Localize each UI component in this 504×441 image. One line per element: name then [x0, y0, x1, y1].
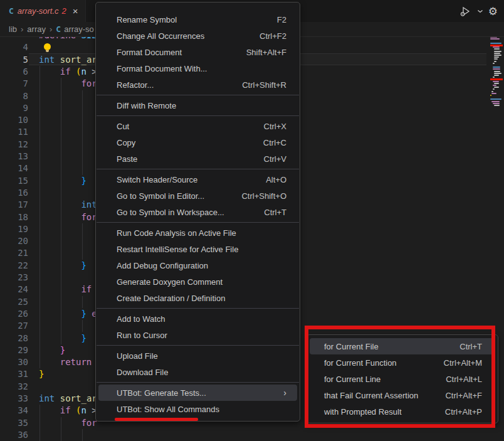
menu-item-shortcut: Ctrl+Shift+R [242, 80, 286, 90]
line-number: 11 [4, 126, 28, 138]
menu-item-utbot-show-all-commands[interactable]: UTBot: Show All Commands [98, 401, 297, 417]
minimap-line [493, 81, 499, 82]
menu-item-upload-file[interactable]: Upload File [98, 348, 297, 364]
line-number: 32 [4, 381, 28, 393]
minimap-line [494, 61, 496, 62]
code-line: for [39, 417, 97, 429]
code-line: for [39, 78, 97, 90]
menu-item-rename-symbol[interactable]: Rename SymbolF2 [98, 11, 297, 28]
breadcrumb-file[interactable]: array-so [64, 24, 94, 34]
menu-item-add-to-watch[interactable]: Add to Watch [98, 311, 297, 327]
menu-item-shortcut: Ctrl+Alt+P [445, 407, 482, 417]
menu-item-label: with Prompted Result [324, 407, 430, 417]
minimap-line [494, 51, 501, 52]
menu-item-shortcut: Ctrl+X [264, 122, 286, 131]
menu-item-run-to-cursor[interactable]: Run to Cursor [98, 327, 297, 343]
line-number: 24 [4, 284, 28, 295]
code-line: int sort_arr [39, 54, 102, 66]
menu-item-switch-header-source[interactable]: Switch Header/SourceAlt+O [98, 171, 297, 188]
menu-item-copy[interactable]: CopyCtrl+C [98, 134, 297, 151]
menu-item-change-all-occurrences[interactable]: Change All OccurrencesCtrl+F2 [98, 28, 297, 44]
minimap-line [494, 48, 500, 50]
menu-item-restart-intellisense-for-active-file[interactable]: Restart IntelliSense for Active File [98, 241, 297, 257]
menu-separator [97, 308, 299, 309]
line-number: 4 [4, 41, 28, 53]
menu-item-label: Run to Cursor [117, 331, 286, 340]
menu-item-label: Generate Doxygen Comment [117, 277, 286, 287]
gear-icon[interactable]: ⚙ [488, 5, 498, 18]
lightbulb-icon[interactable] [43, 43, 51, 51]
submenu-item-with-prompted-result[interactable]: with Prompted ResultCtrl+Alt+P [310, 403, 495, 420]
menu-item-label: for Current Line [324, 375, 431, 384]
menu-item-label: Restart IntelliSense for Active File [117, 245, 286, 254]
line-number: 20 [4, 235, 28, 247]
indent-guide [82, 90, 83, 175]
menu-item-diff-with-remote[interactable]: Diff with Remote [98, 97, 297, 114]
breadcrumb-folder[interactable]: array [27, 24, 46, 34]
code-line: if ( [39, 284, 102, 295]
menu-item-format-document-with[interactable]: Format Document With... [98, 60, 297, 77]
menu-item-create-declaration-definition[interactable]: Create Declaration / Definition [98, 290, 297, 306]
indent-guide [82, 223, 83, 260]
minimap[interactable] [490, 35, 504, 110]
minimap-line [494, 58, 498, 60]
menu-item-generate-doxygen-comment[interactable]: Generate Doxygen Comment [98, 274, 297, 290]
line-number: 15 [4, 175, 28, 187]
menu-item-label: Create Declaration / Definition [117, 294, 286, 303]
menu-item-shortcut: F2 [277, 15, 286, 24]
minimap-line [491, 101, 500, 102]
breadcrumb-folder[interactable]: lib [9, 24, 17, 34]
menu-item-utbot-generate-tests[interactable]: UTBot: Generate Tests...› [98, 385, 297, 401]
line-number: 18 [4, 211, 28, 223]
utbot-generate-tests-submenu: for Current FileCtrl+Tfor Current Functi… [307, 334, 498, 423]
menu-item-refactor[interactable]: Refactor...Ctrl+Shift+R [98, 77, 297, 93]
menu-item-label: Run Code Analysis on Active File [117, 228, 286, 238]
line-number: 9 [4, 102, 28, 114]
menu-item-label: Copy [117, 138, 248, 147]
close-icon[interactable]: × [73, 6, 78, 16]
tab-editor-number: 2 [62, 6, 66, 16]
menu-separator [97, 115, 299, 116]
menu-item-label: Go to Symbol in Editor... [117, 191, 226, 201]
line-number: 28 [4, 332, 28, 344]
line-number: 8 [4, 90, 28, 102]
menu-item-cut[interactable]: CutCtrl+X [98, 118, 297, 134]
minimap-error-mark [490, 45, 503, 46]
tab-array-sort[interactable]: C array-sort.c 2 × [0, 0, 86, 22]
minimap-line [493, 68, 500, 70]
menu-item-download-file[interactable]: Download File [98, 364, 297, 380]
indent-guide [82, 429, 83, 441]
line-number: 25 [4, 296, 28, 308]
submenu-item-for-current-line[interactable]: for Current LineCtrl+Alt+L [310, 371, 495, 387]
menu-item-go-to-symbol-in-workspace[interactable]: Go to Symbol in Workspace...Ctrl+T [98, 204, 297, 220]
tab-filename: array-sort.c [18, 6, 59, 16]
minimap-line [490, 43, 501, 44]
line-number: 35 [4, 417, 28, 429]
submenu-item-for-current-function[interactable]: for Current FunctionCtrl+Alt+M [310, 354, 495, 371]
submenu-item-for-current-file[interactable]: for Current FileCtrl+T [310, 338, 495, 354]
minimap-line [490, 38, 500, 40]
menu-item-format-document[interactable]: Format DocumentShift+Alt+F [98, 44, 297, 60]
run-debug-icon[interactable] [459, 5, 472, 18]
minimap-line [493, 77, 495, 78]
indent-guide [82, 320, 83, 332]
menu-item-add-debug-configuration[interactable]: Add Debug Configuration [98, 257, 297, 274]
menu-separator [97, 345, 299, 346]
editor-context-menu: Rename SymbolF2Change All OccurrencesCtr… [95, 2, 300, 422]
menu-item-label: Change All Occurrences [117, 31, 244, 41]
menu-item-paste[interactable]: PasteCtrl+V [98, 151, 297, 167]
minimap-line [490, 95, 491, 96]
line-number: 12 [4, 139, 28, 151]
chevron-down-icon[interactable] [477, 9, 483, 14]
editor-actions: ⚙ [459, 4, 498, 18]
minimap-line [491, 91, 493, 92]
line-number: 17 [4, 199, 28, 211]
menu-item-label: Switch Header/Source [117, 175, 251, 184]
menu-item-go-to-symbol-in-editor[interactable]: Go to Symbol in Editor...Ctrl+Shift+O [98, 188, 297, 204]
code-line: return ( [39, 356, 102, 368]
minimap-line [493, 85, 496, 86]
minimap-error-mark [490, 78, 503, 80]
menu-item-run-code-analysis-on-active-file[interactable]: Run Code Analysis on Active File [98, 225, 297, 241]
submenu-item-that-fail-current-assertion[interactable]: that Fail Current AssertionCtrl+Alt+F [310, 387, 495, 403]
minimap-line [494, 75, 499, 76]
